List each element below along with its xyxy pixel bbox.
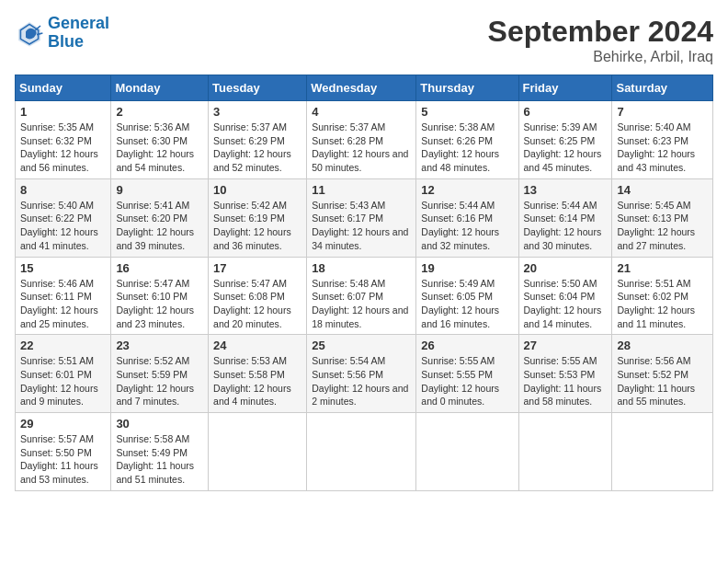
header-saturday: Saturday	[612, 75, 713, 101]
table-row: 8Sunrise: 5:40 AMSunset: 6:22 PMDaylight…	[16, 178, 111, 257]
table-row	[612, 413, 713, 491]
calendar-table: Sunday Monday Tuesday Wednesday Thursday…	[15, 75, 713, 491]
day-info: Sunrise: 5:37 AMSunset: 6:28 PMDaylight:…	[312, 121, 411, 175]
table-row: 16Sunrise: 5:47 AMSunset: 6:10 PMDayligh…	[111, 257, 209, 335]
logo-line2: Blue	[48, 32, 84, 51]
day-info: Sunrise: 5:41 AMSunset: 6:20 PMDaylight:…	[116, 199, 203, 253]
day-number: 14	[617, 183, 708, 197]
day-number: 19	[421, 261, 513, 275]
table-row: 5Sunrise: 5:38 AMSunset: 6:26 PMDaylight…	[416, 101, 518, 179]
day-number: 12	[421, 183, 513, 197]
header-sunday: Sunday	[16, 75, 111, 101]
day-number: 21	[617, 261, 708, 275]
table-row: 20Sunrise: 5:50 AMSunset: 6:04 PMDayligh…	[518, 257, 612, 335]
day-number: 17	[213, 261, 301, 275]
day-info: Sunrise: 5:55 AMSunset: 5:55 PMDaylight:…	[421, 354, 513, 408]
day-number: 29	[20, 417, 106, 431]
header-row: Sunday Monday Tuesday Wednesday Thursday…	[16, 75, 713, 101]
calendar-week-2: 8Sunrise: 5:40 AMSunset: 6:22 PMDaylight…	[16, 178, 713, 257]
day-info: Sunrise: 5:40 AMSunset: 6:23 PMDaylight:…	[617, 121, 708, 175]
day-info: Sunrise: 5:54 AMSunset: 5:56 PMDaylight:…	[312, 354, 411, 408]
day-info: Sunrise: 5:50 AMSunset: 6:04 PMDaylight:…	[524, 277, 608, 331]
table-row: 26Sunrise: 5:55 AMSunset: 5:55 PMDayligh…	[416, 335, 518, 413]
table-row: 25Sunrise: 5:54 AMSunset: 5:56 PMDayligh…	[307, 335, 416, 413]
day-info: Sunrise: 5:57 AMSunset: 5:50 PMDaylight:…	[20, 432, 106, 487]
page-header: General Blue September 2024 Behirke, Arb…	[15, 15, 713, 65]
table-row: 30Sunrise: 5:58 AMSunset: 5:49 PMDayligh…	[111, 413, 209, 491]
table-row: 4Sunrise: 5:37 AMSunset: 6:28 PMDaylight…	[307, 101, 416, 179]
day-info: Sunrise: 5:43 AMSunset: 6:17 PMDaylight:…	[312, 199, 411, 253]
header-wednesday: Wednesday	[307, 75, 416, 101]
table-row: 28Sunrise: 5:56 AMSunset: 5:52 PMDayligh…	[612, 335, 713, 413]
day-number: 1	[20, 105, 106, 119]
day-number: 26	[421, 339, 513, 352]
day-number: 16	[116, 261, 203, 275]
logo-text: General Blue	[48, 15, 109, 52]
day-info: Sunrise: 5:46 AMSunset: 6:11 PMDaylight:…	[20, 277, 106, 331]
day-info: Sunrise: 5:52 AMSunset: 5:59 PMDaylight:…	[116, 354, 203, 408]
day-number: 28	[617, 339, 708, 352]
table-row	[307, 413, 416, 491]
day-info: Sunrise: 5:35 AMSunset: 6:32 PMDaylight:…	[20, 121, 106, 175]
table-row: 18Sunrise: 5:48 AMSunset: 6:07 PMDayligh…	[307, 257, 416, 335]
calendar-week-1: 1Sunrise: 5:35 AMSunset: 6:32 PMDaylight…	[16, 101, 713, 179]
table-row: 29Sunrise: 5:57 AMSunset: 5:50 PMDayligh…	[16, 413, 111, 491]
table-row: 17Sunrise: 5:47 AMSunset: 6:08 PMDayligh…	[209, 257, 307, 335]
day-number: 4	[312, 105, 411, 119]
day-number: 22	[20, 339, 106, 352]
header-monday: Monday	[111, 75, 209, 101]
day-number: 27	[524, 339, 608, 352]
table-row	[416, 413, 518, 491]
table-row: 11Sunrise: 5:43 AMSunset: 6:17 PMDayligh…	[307, 178, 416, 257]
day-info: Sunrise: 5:55 AMSunset: 5:53 PMDaylight:…	[524, 354, 608, 408]
day-info: Sunrise: 5:47 AMSunset: 6:08 PMDaylight:…	[213, 277, 301, 331]
table-row	[518, 413, 612, 491]
table-row: 15Sunrise: 5:46 AMSunset: 6:11 PMDayligh…	[16, 257, 111, 335]
day-info: Sunrise: 5:44 AMSunset: 6:16 PMDaylight:…	[421, 199, 513, 253]
day-info: Sunrise: 5:40 AMSunset: 6:22 PMDaylight:…	[20, 199, 106, 253]
table-row: 6Sunrise: 5:39 AMSunset: 6:25 PMDaylight…	[518, 101, 612, 179]
day-info: Sunrise: 5:47 AMSunset: 6:10 PMDaylight:…	[116, 277, 203, 331]
day-info: Sunrise: 5:37 AMSunset: 6:29 PMDaylight:…	[213, 121, 301, 175]
calendar-week-4: 22Sunrise: 5:51 AMSunset: 6:01 PMDayligh…	[16, 335, 713, 413]
calendar-week-3: 15Sunrise: 5:46 AMSunset: 6:11 PMDayligh…	[16, 257, 713, 335]
day-number: 25	[312, 339, 411, 352]
day-number: 10	[213, 183, 301, 197]
table-row: 7Sunrise: 5:40 AMSunset: 6:23 PMDaylight…	[612, 101, 713, 179]
table-row: 9Sunrise: 5:41 AMSunset: 6:20 PMDaylight…	[111, 178, 209, 257]
day-number: 5	[421, 105, 513, 119]
day-info: Sunrise: 5:51 AMSunset: 6:01 PMDaylight:…	[20, 354, 106, 408]
day-number: 18	[312, 261, 411, 275]
table-row: 12Sunrise: 5:44 AMSunset: 6:16 PMDayligh…	[416, 178, 518, 257]
logo-line1: General	[48, 14, 109, 32]
day-info: Sunrise: 5:53 AMSunset: 5:58 PMDaylight:…	[213, 354, 301, 408]
table-row: 1Sunrise: 5:35 AMSunset: 6:32 PMDaylight…	[16, 101, 111, 179]
day-info: Sunrise: 5:39 AMSunset: 6:25 PMDaylight:…	[524, 121, 608, 175]
table-row: 27Sunrise: 5:55 AMSunset: 5:53 PMDayligh…	[518, 335, 612, 413]
day-number: 9	[116, 183, 203, 197]
title-section: September 2024 Behirke, Arbil, Iraq	[488, 15, 713, 65]
day-info: Sunrise: 5:56 AMSunset: 5:52 PMDaylight:…	[617, 354, 708, 408]
day-number: 8	[20, 183, 106, 197]
table-row: 19Sunrise: 5:49 AMSunset: 6:05 PMDayligh…	[416, 257, 518, 335]
table-row: 22Sunrise: 5:51 AMSunset: 6:01 PMDayligh…	[16, 335, 111, 413]
header-friday: Friday	[518, 75, 612, 101]
logo: General Blue	[15, 15, 109, 52]
day-number: 7	[617, 105, 708, 119]
table-row: 23Sunrise: 5:52 AMSunset: 5:59 PMDayligh…	[111, 335, 209, 413]
day-info: Sunrise: 5:58 AMSunset: 5:49 PMDaylight:…	[116, 432, 203, 487]
day-info: Sunrise: 5:36 AMSunset: 6:30 PMDaylight:…	[116, 121, 203, 175]
day-number: 24	[213, 339, 301, 352]
calendar-week-5: 29Sunrise: 5:57 AMSunset: 5:50 PMDayligh…	[16, 413, 713, 491]
day-info: Sunrise: 5:45 AMSunset: 6:13 PMDaylight:…	[617, 199, 708, 253]
table-row: 14Sunrise: 5:45 AMSunset: 6:13 PMDayligh…	[612, 178, 713, 257]
day-number: 3	[213, 105, 301, 119]
day-info: Sunrise: 5:44 AMSunset: 6:14 PMDaylight:…	[524, 199, 608, 253]
day-number: 6	[524, 105, 608, 119]
day-number: 11	[312, 183, 411, 197]
table-row: 24Sunrise: 5:53 AMSunset: 5:58 PMDayligh…	[209, 335, 307, 413]
month-title: September 2024	[488, 15, 713, 49]
day-number: 20	[524, 261, 608, 275]
table-row: 3Sunrise: 5:37 AMSunset: 6:29 PMDaylight…	[209, 101, 307, 179]
day-number: 23	[116, 339, 203, 352]
